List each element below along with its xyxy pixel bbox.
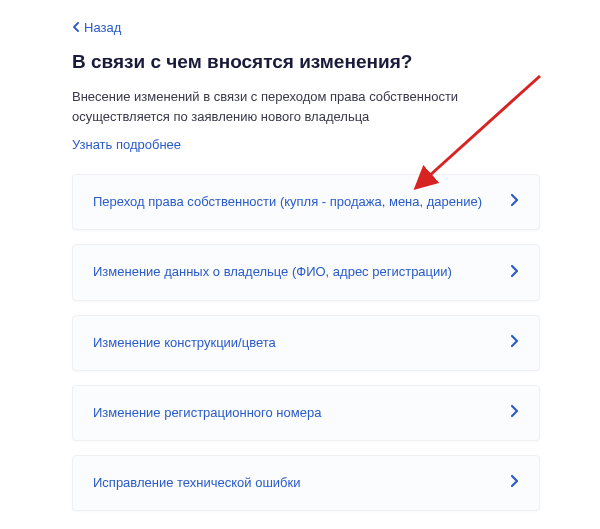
- page-title: В связи с чем вносятся изменения?: [72, 51, 540, 73]
- chevron-right-icon: [509, 404, 519, 422]
- chevron-right-icon: [509, 193, 519, 211]
- option-label: Изменение регистрационного номера: [93, 404, 331, 422]
- chevron-right-icon: [509, 474, 519, 492]
- page-description: Внесение изменений в связи с переходом п…: [72, 87, 540, 127]
- option-label: Переход права собственности (купля - про…: [93, 193, 492, 211]
- option-label: Изменение данных о владельце (ФИО, адрес…: [93, 263, 462, 281]
- option-owner-data-change[interactable]: Изменение данных о владельце (ФИО, адрес…: [72, 244, 540, 300]
- learn-more-link[interactable]: Узнать подробнее: [72, 137, 181, 152]
- chevron-right-icon: [509, 264, 519, 282]
- back-link[interactable]: Назад: [72, 20, 121, 35]
- back-link-label: Назад: [84, 20, 121, 35]
- option-label: Изменение конструкции/цвета: [93, 334, 286, 352]
- chevron-left-icon: [72, 20, 80, 35]
- option-construction-color-change[interactable]: Изменение конструкции/цвета: [72, 315, 540, 371]
- option-technical-error-correction[interactable]: Исправление технической ошибки: [72, 455, 540, 511]
- option-label: Исправление технической ошибки: [93, 474, 311, 492]
- option-ownership-transfer[interactable]: Переход права собственности (купля - про…: [72, 174, 540, 230]
- chevron-right-icon: [509, 334, 519, 352]
- option-registration-number-change[interactable]: Изменение регистрационного номера: [72, 385, 540, 441]
